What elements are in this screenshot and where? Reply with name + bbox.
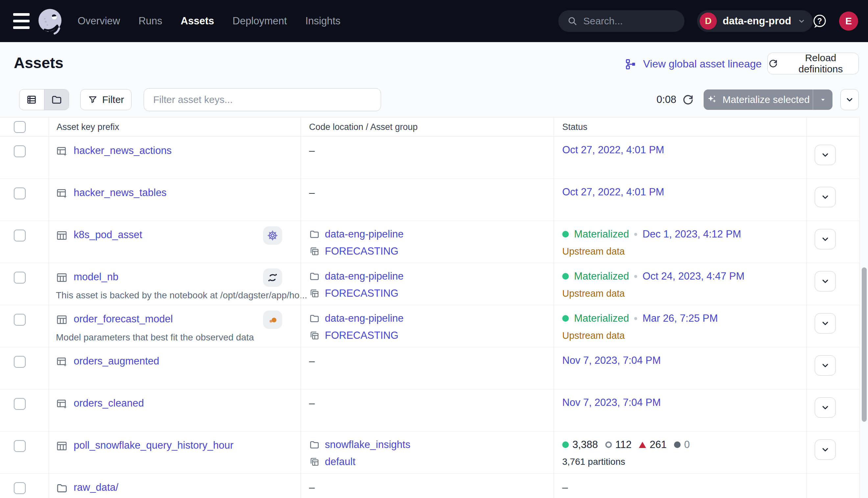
column-divider: [806, 117, 807, 498]
workspace-switcher[interactable]: D data-eng-prod: [697, 10, 813, 32]
kubernetes-badge: [263, 226, 282, 245]
row-checkbox[interactable]: [14, 230, 26, 241]
row-expand-button[interactable]: [815, 229, 836, 249]
filter-icon: [88, 95, 98, 105]
status-date-link[interactable]: Nov 7, 2023, 7:04 PM: [562, 397, 661, 408]
partition-counts[interactable]: 3,388 112 261 0: [562, 439, 690, 451]
code-location-link[interactable]: data-eng-pipeline: [325, 313, 404, 324]
svg-text:?: ?: [817, 17, 822, 25]
row-checkbox[interactable]: [14, 398, 26, 410]
nav-assets[interactable]: Assets: [181, 15, 214, 27]
asset-link[interactable]: order_forecast_model: [74, 313, 173, 325]
materialized-status-link[interactable]: Materialized: [574, 271, 629, 282]
asset-link[interactable]: hacker_news_actions: [74, 145, 172, 157]
table-row: order_forecast_model Model parameters th…: [0, 305, 859, 348]
nav-overview[interactable]: Overview: [78, 15, 120, 27]
row-expand-button[interactable]: [815, 440, 836, 460]
help-icon[interactable]: ?: [812, 13, 828, 30]
status-date-link[interactable]: Mar 26, 7:25 PM: [642, 313, 718, 324]
asset-group-link[interactable]: FORECASTING: [325, 288, 399, 299]
asset-prefix-table-icon: [56, 187, 68, 199]
row-checkbox[interactable]: [14, 187, 26, 199]
upstream-data-link[interactable]: Upstream data: [562, 288, 625, 299]
asset-group-link[interactable]: FORECASTING: [325, 245, 399, 257]
folder-view-toggle[interactable]: [44, 90, 69, 110]
upstream-data-link[interactable]: Upstream data: [562, 246, 625, 257]
chevron-down-icon: [797, 16, 806, 26]
search-input[interactable]: [583, 15, 710, 27]
row-checkbox[interactable]: [14, 356, 26, 368]
row-checkbox[interactable]: [14, 145, 26, 157]
materialized-status-link[interactable]: Materialized: [574, 313, 629, 324]
row-checkbox[interactable]: [14, 440, 26, 452]
materialize-dropdown-caret[interactable]: [813, 90, 832, 110]
code-location-link[interactable]: snowflake_insights: [325, 439, 410, 451]
partitions-total: 3,761 partitions: [562, 457, 625, 467]
column-divider: [49, 117, 49, 498]
nav-insights[interactable]: Insights: [305, 15, 340, 27]
sparkles-icon: [707, 94, 718, 105]
nav-deployment[interactable]: Deployment: [232, 15, 287, 27]
folder-icon: [309, 229, 320, 239]
asset-link[interactable]: model_nb: [74, 271, 118, 283]
asset-description: This asset is backed by the notebook at …: [56, 290, 307, 301]
reload-definitions-button[interactable]: Reload definitions: [767, 53, 859, 74]
toolbar-more-button[interactable]: [840, 89, 859, 110]
upstream-data-link[interactable]: Upstream data: [562, 330, 625, 341]
asset-link[interactable]: k8s_pod_asset: [74, 229, 142, 241]
table-row: orders_augmented – Nov 7, 2023, 7:04 PM: [0, 348, 859, 390]
materialized-status-dot: [562, 231, 569, 237]
code-location-link[interactable]: data-eng-pipeline: [325, 271, 404, 282]
menu-icon[interactable]: [13, 13, 30, 29]
row-expand-button[interactable]: [815, 397, 836, 418]
table-row: orders_cleaned – Nov 7, 2023, 7:04 PM: [0, 390, 859, 432]
folder-icon: [309, 313, 320, 324]
dagster-logo[interactable]: [36, 6, 65, 36]
asset-link[interactable]: poll_snowflake_query_history_hour: [74, 440, 233, 451]
asset-link[interactable]: hacker_news_tables: [74, 187, 167, 199]
code-location-link[interactable]: data-eng-pipeline: [325, 228, 404, 240]
row-expand-button[interactable]: [815, 187, 836, 207]
row-expand-button[interactable]: [815, 145, 836, 165]
column-divider: [554, 117, 554, 498]
page-title: Assets: [14, 54, 64, 72]
row-expand-button[interactable]: [815, 313, 836, 333]
list-view-toggle[interactable]: [19, 90, 44, 110]
row-checkbox[interactable]: [14, 272, 26, 284]
asset-group-link[interactable]: default: [325, 456, 356, 468]
status-date-link[interactable]: Oct 27, 2022, 4:01 PM: [562, 186, 664, 198]
status-date-link[interactable]: Oct 24, 2023, 4:47 PM: [642, 271, 744, 282]
scrollbar-thumb[interactable]: [862, 267, 867, 422]
status-separator-dot: [634, 275, 637, 278]
asset-table-icon: [56, 272, 68, 284]
status-date-link[interactable]: Oct 27, 2022, 4:01 PM: [562, 144, 664, 156]
global-search[interactable]: /: [558, 10, 684, 32]
refresh-icon[interactable]: [681, 93, 694, 106]
row-checkbox[interactable]: [14, 482, 26, 494]
failed-count-triangle: [639, 442, 646, 448]
row-expand-button[interactable]: [815, 355, 836, 376]
materialize-selected-button[interactable]: Materialize selected: [704, 90, 832, 110]
view-global-asset-lineage-link[interactable]: View global asset lineage: [625, 58, 762, 70]
row-checkbox[interactable]: [14, 314, 26, 326]
observed-count-ring: [605, 442, 612, 448]
top-nav: Overview Runs Assets Deployment Insights…: [0, 0, 868, 42]
filter-asset-keys-input[interactable]: [144, 88, 381, 111]
location-empty: –: [309, 145, 315, 157]
asset-link[interactable]: orders_augmented: [74, 355, 159, 367]
status-date-link[interactable]: Nov 7, 2023, 7:04 PM: [562, 355, 661, 366]
filter-button[interactable]: Filter: [80, 89, 132, 110]
user-avatar[interactable]: E: [839, 12, 858, 30]
materialized-status-link[interactable]: Materialized: [574, 228, 629, 240]
materialized-status-dot: [562, 273, 569, 279]
asset-description: Model parameters that best fit the obser…: [56, 332, 254, 343]
status-separator-dot: [634, 233, 637, 236]
row-expand-button[interactable]: [815, 271, 836, 291]
nav-runs[interactable]: Runs: [138, 15, 162, 27]
nav-items: Overview Runs Assets Deployment Insights: [78, 0, 340, 42]
asset-group-link[interactable]: FORECASTING: [325, 330, 399, 341]
select-all-checkbox[interactable]: [14, 121, 26, 133]
asset-link[interactable]: orders_cleaned: [74, 397, 144, 409]
status-date-link[interactable]: Dec 1, 2023, 4:12 PM: [642, 228, 741, 240]
asset-folder-link[interactable]: raw_data/: [74, 482, 118, 494]
